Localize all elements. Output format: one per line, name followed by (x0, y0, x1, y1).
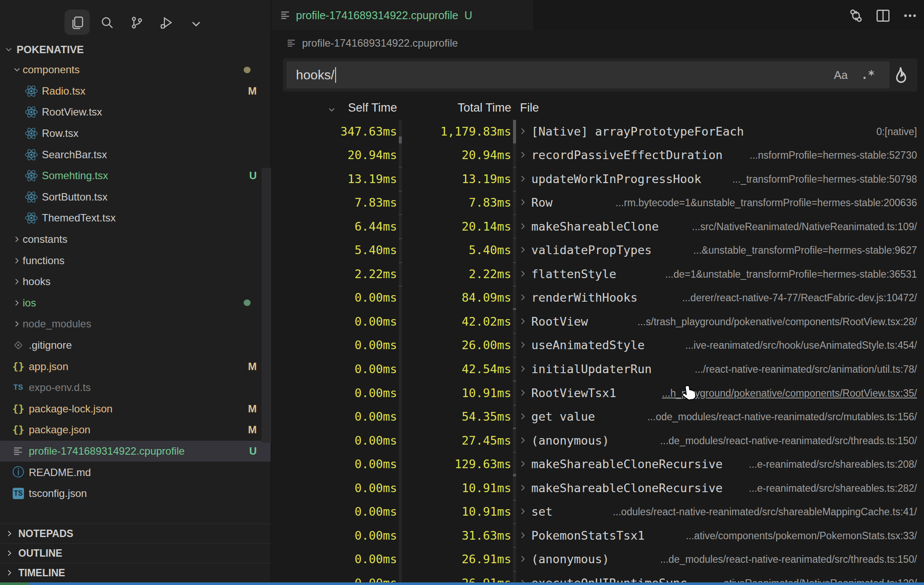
file-location-link[interactable]: ..._transformProfile=hermes-stable:50798 (732, 173, 917, 185)
self-time-value: 0.00ms (272, 338, 397, 352)
tree-file-package-json[interactable]: {}package.jsonM (0, 419, 271, 441)
sidebar-scrollbar[interactable] (262, 168, 271, 442)
section-notepads[interactable]: NOTEPADS (0, 524, 271, 543)
expand-chevron-icon[interactable] (518, 126, 528, 138)
expand-chevron-icon[interactable] (518, 292, 528, 304)
tree-folder-functions[interactable]: functions (0, 250, 271, 271)
total-time-value: 42.54ms (402, 362, 511, 376)
self-time-gauge (399, 381, 402, 405)
function-name[interactable]: [Native] arrayPrototypeForEach (531, 125, 744, 138)
file-location-link[interactable]: ...ive-reanimated/src/hook/useAnimatedSt… (685, 340, 917, 351)
more-views-chevron-icon[interactable] (189, 17, 203, 31)
profile-row: 0.00ms10.91msRootViewTsx1...h_playground… (272, 381, 924, 405)
function-name[interactable]: RootViewTsx1 (531, 386, 616, 400)
expand-chevron-icon[interactable] (518, 245, 528, 256)
file-location-link[interactable]: ...src/NativeReanimated/NativeReanimated… (692, 221, 917, 233)
expand-chevron-icon[interactable] (518, 269, 528, 280)
function-name[interactable]: makeShareableClone (531, 220, 659, 233)
git-status-badge: M (248, 424, 257, 436)
tree-file-expo-env-d-ts[interactable]: TSexpo-env.d.ts (0, 377, 271, 398)
file-location-link[interactable]: ...&unstable_transformProfile=hermes-sta… (693, 245, 917, 256)
tree-file-tsconfig-json[interactable]: TStsconfig.json (0, 483, 271, 504)
function-name[interactable]: validatePropTypes (531, 243, 652, 257)
function-name[interactable]: get value (531, 410, 595, 423)
tree-folder-components[interactable]: components (0, 59, 271, 81)
source-control-icon[interactable] (130, 16, 144, 30)
total-time-gauge (513, 500, 516, 524)
file-location-link[interactable]: ...h_playground/pokenative/components/Ro… (662, 388, 917, 399)
tree-item-label: profile-1741689314922.cpuprofile (29, 445, 185, 457)
file-location-link[interactable]: ...de_modules/react-native-reanimated/sr… (660, 554, 917, 565)
git-status-badge: M (248, 361, 257, 373)
tree-file--gitignore[interactable]: .gitignore (0, 335, 271, 356)
tree-folder-node-modules[interactable]: node_modules (0, 313, 271, 335)
function-name[interactable]: (anonymous) (531, 552, 609, 566)
expand-chevron-icon[interactable] (518, 388, 528, 399)
file-location-link[interactable]: ...de_modules/react-native-reanimated/sr… (660, 435, 917, 447)
tree-file-somehting-tsx[interactable]: Somehting.tsxU (0, 165, 271, 187)
expand-chevron-icon[interactable] (518, 150, 528, 161)
expand-chevron-icon[interactable] (518, 459, 528, 470)
tree-file-app-json[interactable]: {}app.jsonM (0, 356, 271, 377)
file-location-link[interactable]: ...derer/react-native-74-77/ReactFabric-… (682, 292, 917, 304)
function-name[interactable]: recordPassiveEffectDuration (531, 148, 723, 162)
profile-row: 0.00ms27.45ms(anonymous)...de_modules/re… (272, 429, 924, 453)
explorer-icon[interactable] (70, 16, 84, 30)
expand-chevron-icon[interactable] (518, 531, 528, 542)
function-name[interactable]: Row (531, 196, 553, 209)
expand-chevron-icon[interactable] (518, 197, 528, 209)
function-name[interactable]: PokemonStatsTsx1 (531, 529, 645, 542)
function-name[interactable]: initialUpdaterRun (531, 362, 652, 376)
expand-chevron-icon[interactable] (518, 340, 528, 351)
expand-chevron-icon[interactable] (518, 174, 528, 185)
file-location-link[interactable]: .../react-native-reanimated/src/animatio… (695, 364, 917, 375)
expand-chevron-icon[interactable] (518, 221, 528, 233)
project-header[interactable]: POKENATIVE (0, 41, 271, 58)
section-timeline[interactable]: TIMELINE (0, 563, 271, 582)
file-location-link[interactable]: 0:[native] (876, 126, 917, 138)
expand-chevron-icon[interactable] (518, 554, 528, 565)
search-icon[interactable] (100, 16, 114, 30)
typescript-icon: TS (11, 381, 25, 395)
self-time-gauge (399, 405, 402, 429)
expand-chevron-icon[interactable] (518, 412, 528, 423)
function-name[interactable]: makeShareableCloneRecursive (531, 481, 723, 495)
function-name[interactable]: useAnimatedStyle (531, 338, 645, 352)
tree-folder-constants[interactable]: constants (0, 229, 271, 250)
expand-chevron-icon[interactable] (518, 483, 528, 494)
file-location-link[interactable]: ...nsformProfile=hermes-stable:52730 (750, 150, 917, 161)
tree-file-package-lock-json[interactable]: {}package-lock.jsonM (0, 398, 271, 420)
run-debug-icon[interactable] (160, 16, 173, 30)
expand-chevron-icon[interactable] (518, 435, 528, 447)
tree-file-searchbar-tsx[interactable]: SearchBar.tsx (0, 144, 271, 165)
function-name[interactable]: updateWorkInProgressHook (531, 172, 701, 186)
function-name[interactable]: set (531, 505, 553, 518)
tree-file-profile-1741689314922-cpuprofile[interactable]: profile-1741689314922.cpuprofileU (0, 441, 271, 462)
file-location-link[interactable]: ...de=1&unstable_transformProfile=hermes… (665, 269, 917, 280)
tree-folder-hooks[interactable]: hooks (0, 271, 271, 292)
status-remote-segment[interactable] (0, 582, 29, 585)
file-location-link[interactable]: ...rm.bytecode=1&unstable_transformProfi… (615, 197, 917, 209)
tree-file-themedtext-tsx[interactable]: ThemedText.tsx (0, 207, 271, 229)
file-location-link[interactable]: ...ative/components/pokemon/PokemonStats… (686, 530, 917, 542)
file-location-link[interactable]: ...ode_modules/react-native-reanimated/s… (647, 411, 917, 423)
section-outline[interactable]: OUTLINE (0, 543, 271, 563)
file-location-link[interactable]: ...e-reanimated/src/shareables.ts:282/ (749, 483, 917, 494)
file-location-link[interactable]: ...s/trash_playground/pokenative/compone… (638, 316, 917, 328)
file-location-link[interactable]: ...e-reanimated/src/shareables.ts:208/ (749, 459, 917, 470)
tree-folder-ios[interactable]: ios (0, 292, 271, 314)
expand-chevron-icon[interactable] (518, 507, 528, 518)
function-name[interactable]: renderWithHooks (531, 291, 638, 304)
function-name[interactable]: (anonymous) (531, 434, 609, 447)
function-name[interactable]: makeShareableCloneRecursive (531, 457, 723, 471)
expand-chevron-icon[interactable] (518, 316, 528, 328)
tree-file-sortbutton-tsx[interactable]: SortButton.tsx (0, 187, 271, 208)
function-name[interactable]: flattenStyle (531, 267, 616, 281)
function-name[interactable]: RootView (531, 315, 588, 328)
expand-chevron-icon[interactable] (518, 364, 528, 375)
tree-file-rootview-tsx[interactable]: RootView.tsx (0, 102, 271, 123)
tree-file-readme-md[interactable]: ⓘREADME.md (0, 462, 271, 483)
tree-file-row-tsx[interactable]: Row.tsx (0, 123, 271, 144)
file-location-link[interactable]: ...odules/react-native-reanimated/src/sh… (613, 506, 917, 518)
tree-file-radio-tsx[interactable]: Radio.tsxM (0, 81, 271, 102)
